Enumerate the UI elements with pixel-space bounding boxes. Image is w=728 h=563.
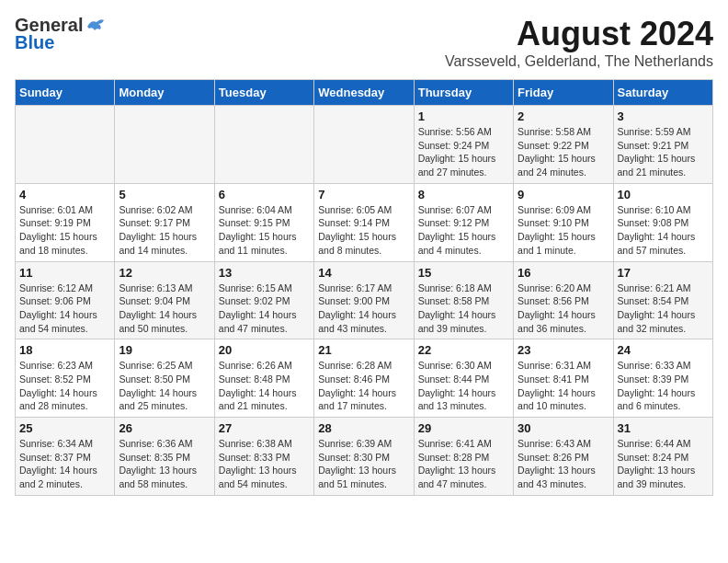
- logo-bird-icon: [85, 17, 106, 34]
- day-cell: 20Sunrise: 6:26 AM Sunset: 8:48 PM Dayli…: [214, 339, 313, 418]
- day-cell: 25Sunrise: 6:34 AM Sunset: 8:37 PM Dayli…: [16, 418, 115, 496]
- day-number: 5: [119, 188, 210, 201]
- day-info: Sunrise: 6:41 AM Sunset: 8:28 PM Dayligh…: [418, 437, 509, 491]
- day-number: 23: [518, 343, 609, 357]
- header-thursday: Thursday: [414, 80, 513, 106]
- day-info: Sunrise: 6:39 AM Sunset: 8:30 PM Dayligh…: [318, 437, 409, 491]
- day-info: Sunrise: 5:56 AM Sunset: 9:24 PM Dayligh…: [418, 125, 509, 179]
- day-info: Sunrise: 6:43 AM Sunset: 8:26 PM Dayligh…: [518, 437, 609, 491]
- day-cell: 27Sunrise: 6:38 AM Sunset: 8:33 PM Dayli…: [214, 418, 313, 496]
- day-info: Sunrise: 6:12 AM Sunset: 9:06 PM Dayligh…: [19, 282, 110, 336]
- day-number: 10: [618, 188, 709, 201]
- day-cell: 2Sunrise: 5:58 AM Sunset: 9:22 PM Daylig…: [514, 106, 613, 184]
- day-info: Sunrise: 6:36 AM Sunset: 8:35 PM Dayligh…: [119, 437, 210, 491]
- week-row-5: 25Sunrise: 6:34 AM Sunset: 8:37 PM Dayli…: [16, 418, 713, 496]
- day-cell: [16, 106, 115, 184]
- day-cell: 17Sunrise: 6:21 AM Sunset: 8:54 PM Dayli…: [613, 261, 712, 339]
- header-saturday: Saturday: [613, 80, 712, 106]
- day-number: 11: [19, 266, 110, 280]
- day-cell: 11Sunrise: 6:12 AM Sunset: 9:06 PM Dayli…: [16, 261, 115, 339]
- day-cell: 12Sunrise: 6:13 AM Sunset: 9:04 PM Dayli…: [115, 261, 214, 339]
- day-number: 27: [219, 421, 310, 435]
- week-row-4: 18Sunrise: 6:23 AM Sunset: 8:52 PM Dayli…: [16, 339, 713, 418]
- day-info: Sunrise: 5:59 AM Sunset: 9:21 PM Dayligh…: [618, 125, 709, 179]
- day-info: Sunrise: 6:17 AM Sunset: 9:00 PM Dayligh…: [318, 282, 409, 336]
- day-info: Sunrise: 6:28 AM Sunset: 8:46 PM Dayligh…: [318, 359, 409, 413]
- week-row-3: 11Sunrise: 6:12 AM Sunset: 9:06 PM Dayli…: [16, 261, 713, 339]
- day-info: Sunrise: 6:25 AM Sunset: 8:50 PM Dayligh…: [119, 359, 210, 413]
- day-info: Sunrise: 6:02 AM Sunset: 9:17 PM Dayligh…: [119, 203, 210, 258]
- day-cell: 21Sunrise: 6:28 AM Sunset: 8:46 PM Dayli…: [314, 339, 414, 418]
- day-number: 1: [418, 109, 509, 123]
- day-info: Sunrise: 6:20 AM Sunset: 8:56 PM Dayligh…: [518, 282, 609, 336]
- day-cell: 22Sunrise: 6:30 AM Sunset: 8:44 PM Dayli…: [414, 339, 513, 418]
- day-cell: 19Sunrise: 6:25 AM Sunset: 8:50 PM Dayli…: [115, 339, 214, 418]
- day-cell: 13Sunrise: 6:15 AM Sunset: 9:02 PM Dayli…: [214, 261, 313, 339]
- day-number: 30: [518, 421, 609, 435]
- day-cell: 29Sunrise: 6:41 AM Sunset: 8:28 PM Dayli…: [414, 418, 513, 496]
- week-row-2: 4Sunrise: 6:01 AM Sunset: 9:19 PM Daylig…: [16, 183, 713, 261]
- day-number: 22: [418, 343, 509, 357]
- day-number: 28: [318, 421, 409, 435]
- day-number: 24: [618, 343, 709, 357]
- logo: General Blue: [15, 15, 106, 53]
- title-block: August 2024 Varsseveld, Gelderland, The …: [445, 15, 713, 70]
- day-info: Sunrise: 6:21 AM Sunset: 8:54 PM Dayligh…: [618, 282, 709, 336]
- day-info: Sunrise: 6:23 AM Sunset: 8:52 PM Dayligh…: [19, 359, 110, 413]
- day-number: 16: [518, 266, 609, 280]
- day-cell: 18Sunrise: 6:23 AM Sunset: 8:52 PM Dayli…: [16, 339, 115, 418]
- day-number: 9: [518, 188, 609, 201]
- logo-blue: Blue: [15, 32, 54, 53]
- day-cell: [214, 106, 313, 184]
- day-number: 29: [418, 421, 509, 435]
- day-cell: 16Sunrise: 6:20 AM Sunset: 8:56 PM Dayli…: [514, 261, 613, 339]
- day-number: 26: [119, 421, 210, 435]
- day-cell: 24Sunrise: 6:33 AM Sunset: 8:39 PM Dayli…: [613, 339, 712, 418]
- day-number: 20: [219, 343, 310, 357]
- day-cell: 30Sunrise: 6:43 AM Sunset: 8:26 PM Dayli…: [514, 418, 613, 496]
- day-cell: 10Sunrise: 6:10 AM Sunset: 9:08 PM Dayli…: [613, 183, 712, 261]
- day-number: 14: [318, 266, 409, 280]
- day-number: 3: [618, 109, 709, 123]
- calendar-table: SundayMondayTuesdayWednesdayThursdayFrid…: [15, 79, 713, 496]
- day-number: 13: [219, 266, 310, 280]
- day-info: Sunrise: 6:05 AM Sunset: 9:14 PM Dayligh…: [318, 203, 409, 258]
- day-info: Sunrise: 6:30 AM Sunset: 8:44 PM Dayligh…: [418, 359, 509, 413]
- day-cell: 31Sunrise: 6:44 AM Sunset: 8:24 PM Dayli…: [613, 418, 712, 496]
- header-monday: Monday: [115, 80, 214, 106]
- header-wednesday: Wednesday: [314, 80, 414, 106]
- day-cell: 26Sunrise: 6:36 AM Sunset: 8:35 PM Dayli…: [115, 418, 214, 496]
- day-number: 6: [219, 188, 310, 201]
- main-title: August 2024: [445, 15, 713, 53]
- day-info: Sunrise: 6:09 AM Sunset: 9:10 PM Dayligh…: [518, 203, 609, 258]
- day-number: 4: [19, 188, 110, 201]
- page-header: General Blue August 2024 Varsseveld, Gel…: [15, 15, 713, 70]
- day-info: Sunrise: 6:18 AM Sunset: 8:58 PM Dayligh…: [418, 282, 509, 336]
- day-number: 2: [518, 109, 609, 123]
- day-info: Sunrise: 6:04 AM Sunset: 9:15 PM Dayligh…: [219, 203, 310, 258]
- header-tuesday: Tuesday: [214, 80, 313, 106]
- day-cell: [314, 106, 414, 184]
- day-info: Sunrise: 6:15 AM Sunset: 9:02 PM Dayligh…: [219, 282, 310, 336]
- day-cell: 23Sunrise: 6:31 AM Sunset: 8:41 PM Dayli…: [514, 339, 613, 418]
- day-number: 21: [318, 343, 409, 357]
- day-number: 17: [618, 266, 709, 280]
- day-cell: 9Sunrise: 6:09 AM Sunset: 9:10 PM Daylig…: [514, 183, 613, 261]
- day-info: Sunrise: 6:10 AM Sunset: 9:08 PM Dayligh…: [618, 203, 709, 258]
- day-info: Sunrise: 6:33 AM Sunset: 8:39 PM Dayligh…: [618, 359, 709, 413]
- day-info: Sunrise: 6:07 AM Sunset: 9:12 PM Dayligh…: [418, 203, 509, 258]
- week-row-1: 1Sunrise: 5:56 AM Sunset: 9:24 PM Daylig…: [16, 106, 713, 184]
- calendar-header-row: SundayMondayTuesdayWednesdayThursdayFrid…: [16, 80, 713, 106]
- day-cell: 6Sunrise: 6:04 AM Sunset: 9:15 PM Daylig…: [214, 183, 313, 261]
- day-info: Sunrise: 6:01 AM Sunset: 9:19 PM Dayligh…: [19, 203, 110, 258]
- header-sunday: Sunday: [16, 80, 115, 106]
- subtitle: Varsseveld, Gelderland, The Netherlands: [445, 53, 713, 70]
- day-info: Sunrise: 6:31 AM Sunset: 8:41 PM Dayligh…: [518, 359, 609, 413]
- day-cell: 14Sunrise: 6:17 AM Sunset: 9:00 PM Dayli…: [314, 261, 414, 339]
- day-info: Sunrise: 6:13 AM Sunset: 9:04 PM Dayligh…: [119, 282, 210, 336]
- day-cell: 4Sunrise: 6:01 AM Sunset: 9:19 PM Daylig…: [16, 183, 115, 261]
- header-friday: Friday: [514, 80, 613, 106]
- day-cell: 3Sunrise: 5:59 AM Sunset: 9:21 PM Daylig…: [613, 106, 712, 184]
- day-number: 31: [618, 421, 709, 435]
- day-number: 25: [19, 421, 110, 435]
